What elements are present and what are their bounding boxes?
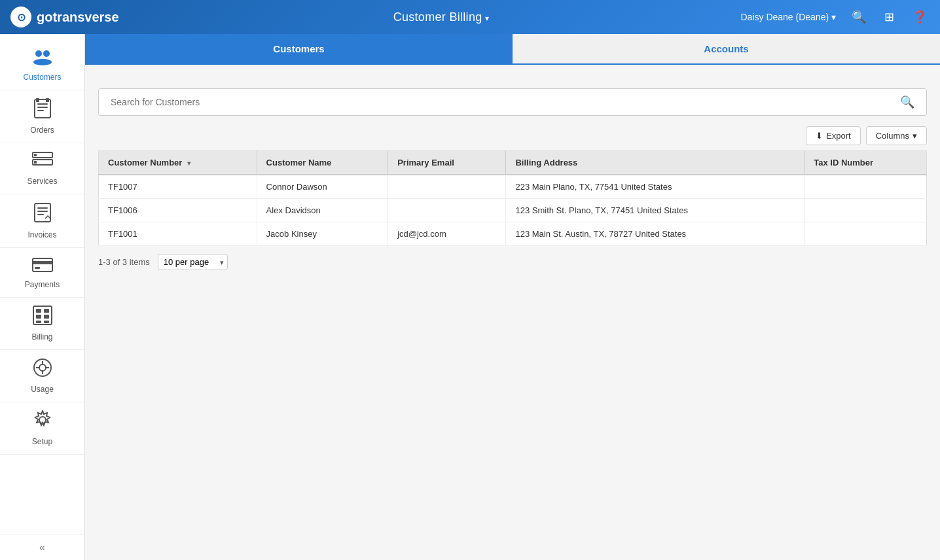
sidebar-label-invoices: Invoices xyxy=(27,230,56,239)
main-layout: Customers Orders xyxy=(0,34,940,560)
cell-customer_name: Alex Davidson xyxy=(257,199,388,222)
per-page-wrapper: 10 per page25 per page50 per page100 per… xyxy=(158,254,228,270)
customers-icon xyxy=(31,47,54,70)
svg-rect-8 xyxy=(46,98,49,102)
content-inner: 🔍 ⬇ Export Columns ▾ Customer Nu xyxy=(85,65,940,281)
table-body: TF1007Connor Dawson223 Main Plano, TX, 7… xyxy=(99,175,927,246)
cell-tax_id_number xyxy=(804,222,927,246)
svg-rect-26 xyxy=(44,321,49,323)
export-label: Export xyxy=(826,131,851,141)
search-button[interactable]: 🔍 xyxy=(895,90,920,114)
col-tax-id: Tax ID Number xyxy=(804,151,927,175)
svg-rect-6 xyxy=(37,110,44,111)
columns-button[interactable]: Columns ▾ xyxy=(866,126,927,145)
cell-customer_number: TF1001 xyxy=(99,222,257,246)
sidebar-item-payments[interactable]: Payments xyxy=(0,248,84,298)
sidebar-label-billing: Billing xyxy=(31,332,52,341)
sidebar-item-usage[interactable]: Usage xyxy=(0,350,84,402)
cell-customer_number: TF1007 xyxy=(99,175,257,199)
payments-icon xyxy=(32,256,53,277)
cell-primary_email: jcd@jcd.com xyxy=(388,222,506,246)
table-header-row: Customer Number ▾ Customer Name Primary … xyxy=(99,151,927,175)
columns-caret: ▾ xyxy=(913,131,917,141)
sidebar-item-billing[interactable]: Billing xyxy=(0,298,84,350)
cell-billing_address: 123 Smith St. Plano, TX, 77451 United St… xyxy=(506,199,804,222)
svg-rect-23 xyxy=(36,315,41,319)
cell-primary_email xyxy=(388,199,506,222)
table-row[interactable]: TF1006Alex Davidson123 Smith St. Plano, … xyxy=(99,199,927,222)
cell-billing_address: 223 Main Plano, TX, 77541 United States xyxy=(506,175,804,199)
export-button[interactable]: ⬇ Export xyxy=(806,126,861,145)
user-name[interactable]: Daisy Deane (Deane) ▾ xyxy=(740,12,836,22)
sidebar-label-orders: Orders xyxy=(30,126,54,135)
svg-rect-10 xyxy=(34,154,37,156)
grid-menu-button[interactable]: ⊞ xyxy=(882,7,897,27)
sidebar-item-orders[interactable]: Orders xyxy=(0,90,84,143)
nav-right: Daisy Deane (Deane) ▾ 🔍 ⊞ ❓ xyxy=(740,7,930,27)
orders-icon xyxy=(33,98,52,123)
search-area: 🔍 xyxy=(98,88,927,116)
services-icon xyxy=(32,151,53,174)
invoices-icon xyxy=(33,202,52,228)
cell-customer_number: TF1006 xyxy=(99,199,257,222)
table-row[interactable]: TF1001Jacob Kinseyjcd@jcd.com123 Main St… xyxy=(99,222,927,246)
col-customer-name: Customer Name xyxy=(257,151,388,175)
nav-title-caret: ▾ xyxy=(485,14,489,23)
pagination-summary: 1-3 of 3 items xyxy=(98,257,150,267)
logo-icon: ⊙ xyxy=(10,7,31,27)
export-icon: ⬇ xyxy=(816,131,823,141)
sidebar: Customers Orders xyxy=(0,34,85,560)
cell-tax_id_number xyxy=(804,199,927,222)
logo-area: ⊙ gotransverse xyxy=(10,7,141,27)
table-row[interactable]: TF1007Connor Dawson223 Main Plano, TX, 7… xyxy=(99,175,927,199)
user-caret: ▾ xyxy=(831,12,836,22)
sidebar-label-payments: Payments xyxy=(25,280,60,289)
sidebar-item-setup[interactable]: Setup xyxy=(0,402,84,455)
svg-rect-5 xyxy=(37,107,48,108)
svg-rect-7 xyxy=(36,98,39,102)
main-content: Customers Accounts 🔍 ⬇ Export Columns ▾ xyxy=(85,34,940,560)
tab-accounts[interactable]: Accounts xyxy=(513,34,940,63)
svg-point-0 xyxy=(35,50,42,57)
sidebar-item-customers[interactable]: Customers xyxy=(0,39,84,90)
sidebar-item-services[interactable]: Services xyxy=(0,143,84,194)
svg-rect-15 xyxy=(37,211,48,212)
customers-table: Customer Number ▾ Customer Name Primary … xyxy=(98,150,927,246)
svg-rect-18 xyxy=(33,261,52,264)
setup-icon xyxy=(33,410,52,434)
per-page-select[interactable]: 10 per page25 per page50 per page100 per… xyxy=(158,254,228,270)
sidebar-label-usage: Usage xyxy=(31,385,54,394)
app-name: gotransverse xyxy=(37,10,119,25)
table-header: Customer Number ▾ Customer Name Primary … xyxy=(99,151,927,175)
billing-icon xyxy=(33,306,52,330)
tab-bar: Customers Accounts xyxy=(85,34,940,65)
sidebar-item-invoices[interactable]: Invoices xyxy=(0,194,84,248)
svg-rect-4 xyxy=(37,103,48,105)
col-customer-number[interactable]: Customer Number ▾ xyxy=(99,151,257,175)
col-billing-address: Billing Address xyxy=(506,151,804,175)
tab-customers[interactable]: Customers xyxy=(85,34,513,63)
col-primary-email: Primary Email xyxy=(388,151,506,175)
nav-title[interactable]: Customer Billing▾ xyxy=(141,10,740,24)
svg-rect-25 xyxy=(36,321,41,323)
svg-rect-24 xyxy=(44,315,49,319)
toolbar: ⬇ Export Columns ▾ xyxy=(98,126,927,145)
search-input[interactable] xyxy=(105,89,895,115)
svg-rect-13 xyxy=(35,203,50,222)
cell-billing_address: 123 Main St. Austin, TX, 78727 United St… xyxy=(506,222,804,246)
svg-rect-12 xyxy=(34,161,37,164)
sort-icon: ▾ xyxy=(187,160,190,167)
cell-primary_email xyxy=(388,175,506,199)
svg-rect-21 xyxy=(36,309,41,313)
search-nav-button[interactable]: 🔍 xyxy=(849,7,869,27)
usage-icon xyxy=(33,358,52,382)
svg-point-28 xyxy=(39,364,46,371)
help-button[interactable]: ❓ xyxy=(910,7,930,27)
sidebar-label-services: Services xyxy=(27,177,57,186)
cell-customer_name: Jacob Kinsey xyxy=(257,222,388,246)
svg-rect-17 xyxy=(33,258,52,271)
sidebar-collapse-button[interactable]: « xyxy=(0,534,84,560)
svg-point-2 xyxy=(33,59,52,65)
cell-customer_name: Connor Dawson xyxy=(257,175,388,199)
sidebar-label-setup: Setup xyxy=(32,437,52,446)
